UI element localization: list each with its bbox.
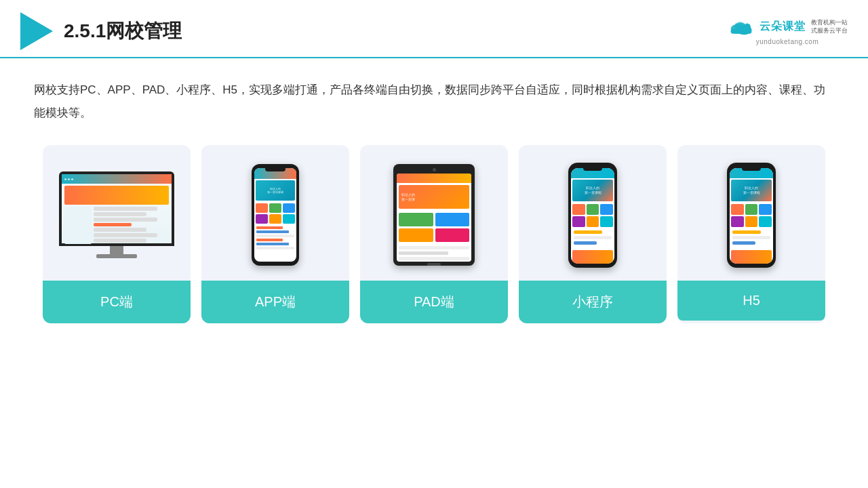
main-content: 网校支持PC、APP、PAD、小程序、H5，实现多端打通，产品各终端自由切换，数… — [0, 58, 868, 337]
h5-device-icon: 职达人的第一堂课程 — [727, 163, 776, 268]
logo-icon — [20, 12, 53, 50]
card-pc-image — [43, 145, 191, 281]
brand-tagline1: 教育机构一站 — [811, 19, 848, 27]
cards-container: PC端 职达人的第一堂刘课课 — [34, 145, 834, 323]
brand-area: 云朵课堂 教育机构一站 式服务云平台 yunduoketang.com — [727, 18, 848, 45]
page-title: 2.5.1网校管理 — [64, 18, 182, 44]
card-pad: 职达人的第一堂课 — [360, 145, 508, 323]
brand-url: yunduoketang.com — [756, 38, 819, 45]
header-left: 2.5.1网校管理 — [20, 12, 182, 50]
header: 2.5.1网校管理 云朵课堂 教育机构一站 式服务云平台 yunduoketan… — [0, 0, 868, 58]
card-h5-label: H5 — [677, 281, 825, 321]
description-text: 网校支持PC、APP、PAD、小程序、H5，实现多端打通，产品各终端自由切换，数… — [34, 79, 834, 125]
card-pc: PC端 — [43, 145, 191, 323]
pad-device-icon: 职达人的第一堂课 — [393, 164, 475, 266]
svg-rect-4 — [731, 28, 752, 33]
card-miniprogram: 职达人的第一堂课程 — [519, 145, 667, 323]
cloud-icon — [727, 18, 755, 37]
card-pc-label: PC端 — [43, 281, 191, 323]
card-miniprogram-label: 小程序 — [519, 281, 667, 323]
app-device-icon: 职达人的第一堂刘课课 — [252, 164, 299, 266]
card-h5-image: 职达人的第一堂课程 — [677, 145, 825, 281]
brand-tagline2: 式服务云平台 — [811, 27, 848, 35]
card-pad-image: 职达人的第一堂课 — [360, 145, 508, 281]
brand-name: 云朵课堂 — [760, 20, 806, 34]
brand-logo: 云朵课堂 教育机构一站 式服务云平台 — [727, 18, 848, 37]
card-miniprogram-image: 职达人的第一堂课程 — [519, 145, 667, 281]
card-pad-label: PAD端 — [360, 281, 508, 323]
card-h5: 职达人的第一堂课程 — [677, 145, 825, 323]
card-app: 职达人的第一堂刘课课 — [201, 145, 349, 323]
pc-device-icon — [59, 171, 174, 258]
card-app-label: APP端 — [201, 281, 349, 323]
card-app-image: 职达人的第一堂刘课课 — [201, 145, 349, 281]
miniprogram-device-icon: 职达人的第一堂课程 — [568, 163, 617, 268]
